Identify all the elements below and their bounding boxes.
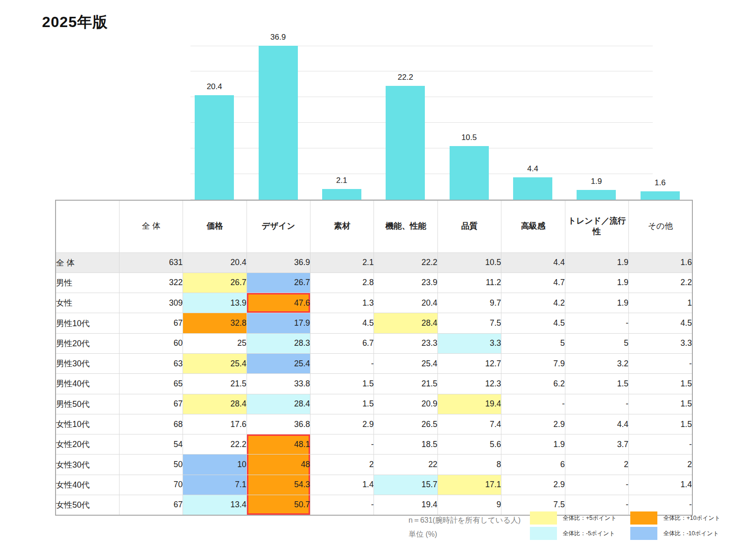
table-cell: 20.4 [183,252,247,273]
legend-item-plus5: 全体比：+5ポイント [530,511,616,525]
table-cell-n: 50 [119,455,183,475]
table-cell: 17.6 [183,414,247,434]
table-cell-n: 70 [119,475,183,495]
table-cell: 7.4 [437,414,501,434]
table-cell-n: 309 [119,293,183,313]
row-label: 男性10代 [56,313,119,333]
table-cell: 1.5 [310,394,374,414]
table-cell-n: 67 [119,495,183,515]
table-cell: 25.4 [247,353,310,373]
table-cell: 21.5 [374,374,437,394]
table-cell: 1.9 [501,434,565,455]
table-cell: 33.8 [247,374,310,394]
table-cell: 28.4 [183,394,247,414]
table-row-男性: 男性32226.726.72.823.911.24.71.92.2 [56,273,692,293]
table-cell: 23.9 [374,273,437,293]
row-label: 男性30代 [56,353,119,373]
table-cell: - [565,313,628,333]
table-cell: 17.9 [247,313,310,333]
legend-item-minus5: 全体比：-5ポイント [530,527,616,540]
row-label: 男性20代 [56,333,119,353]
table-cell-n: 67 [119,394,183,414]
table-cell: 47.6 [247,293,310,313]
table-cell: 19.4 [437,394,501,414]
column-header-その他: その他 [629,200,692,252]
bar-機能、性能 [386,86,425,200]
bar-value-label: 1.9 [591,177,602,186]
bar-value-label: 4.4 [527,164,538,174]
row-label: 全 体 [56,252,119,273]
column-header-全 体: 全 体 [119,200,183,252]
table-cell: - [310,495,374,515]
table-cell: 2 [310,455,374,475]
table-head: 全 体価格デザイン素材機能、性能品質高級感トレンド／流行性その他 [56,200,692,252]
bar-value-label: 20.4 [207,82,222,91]
row-label: 女性20代 [56,434,119,455]
table-cell: 4.2 [501,293,565,313]
legend-label: 全体比：+10ポイント [663,514,720,522]
table-cell: 1 [629,293,692,313]
table-cell: - [565,475,628,495]
table-cell: 54.3 [247,475,310,495]
table-row-女性40代: 女性40代707.154.31.415.717.12.9-1.4 [56,475,692,495]
table-cell: - [310,434,374,455]
table-cell: 1.4 [629,475,692,495]
table-cell: 21.5 [183,374,247,394]
table-cell: 4.4 [501,252,565,273]
table-cell: 19.4 [374,495,437,515]
table-cell: 2 [565,455,628,475]
column-header-トレンド／流行性: トレンド／流行性 [565,200,628,252]
legend-swatch-minus5 [530,527,557,540]
bar-品質 [450,146,489,200]
table-cell: 50.7 [247,495,310,515]
table-cell: 32.8 [183,313,247,333]
legend: 全体比：+5ポイント全体比：-5ポイント全体比：+10ポイント全体比：-10ポイ… [530,511,720,540]
table-cell: - [501,394,565,414]
table-cell: 3.7 [565,434,628,455]
table-cell: 1.9 [565,293,628,313]
table-cell: 5.6 [437,434,501,455]
table-cell: 10 [183,455,247,475]
column-header-機能、性能: 機能、性能 [374,200,437,252]
table-row-男性50代: 男性50代6728.428.41.520.919.4--1.5 [56,394,692,414]
table-cell: 1.6 [629,252,692,273]
table-cell: 22.2 [183,434,247,455]
table-cell: 36.9 [247,252,310,273]
table-cell-n: 631 [119,252,183,273]
table-cell: - [310,353,374,373]
table-cell: 2 [629,455,692,475]
table-cell: 7.5 [437,313,501,333]
table-cell: 5 [565,333,628,353]
table-cell: 5 [501,333,565,353]
bar-slot: 22.2 [374,46,437,200]
table-cell: 12.7 [437,353,501,373]
table-cell: 2.1 [310,252,374,273]
table-cell-n: 322 [119,273,183,293]
table-cell: 4.5 [629,313,692,333]
bar-slot: 4.4 [501,46,564,200]
table-cell: 13.9 [183,293,247,313]
table-cell: 7.9 [501,353,565,373]
table-cell: 13.4 [183,495,247,515]
results-table-wrapper: 全 体価格デザイン素材機能、性能品質高級感トレンド／流行性その他 全 体6312… [55,200,693,516]
bar-slot: 36.9 [246,46,310,200]
table-cell: 25 [183,333,247,353]
table-cell-n: 60 [119,333,183,353]
table-row-女性: 女性30913.947.61.320.49.74.21.91 [56,293,692,313]
table-row-男性40代: 男性40代6521.533.81.521.512.36.21.51.5 [56,374,692,394]
table-cell: 22.2 [374,252,437,273]
column-header-価格: 価格 [183,200,247,252]
table-cell: - [629,434,692,455]
table-cell: 4.5 [310,313,374,333]
table-cell: 26.5 [374,414,437,434]
table-row-全体: 全 体63120.436.92.122.210.54.41.91.6 [56,252,692,273]
table-cell: 11.2 [437,273,501,293]
row-label: 女性50代 [56,495,119,515]
table-cell: 10.5 [437,252,501,273]
table-cell: 2.8 [310,273,374,293]
bar-value-label: 1.6 [655,178,666,188]
legend-swatch-plus5 [530,511,557,525]
bar-価格 [195,95,234,200]
table-cell: 36.8 [247,414,310,434]
table-cell-n: 68 [119,414,183,434]
